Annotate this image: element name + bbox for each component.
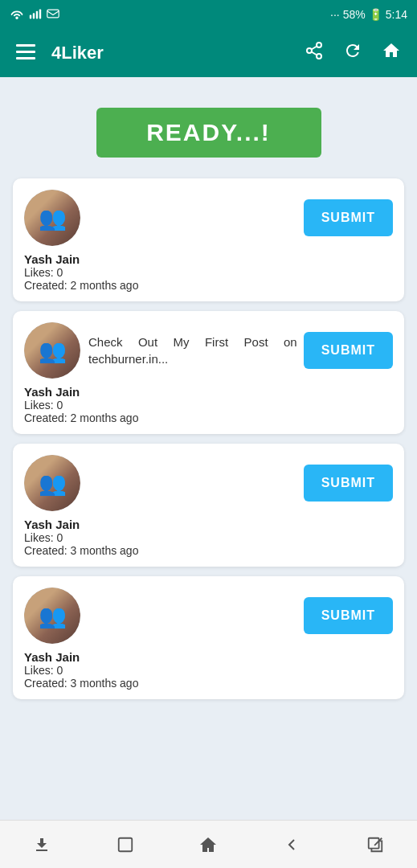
card-info: Yash Jain Likes: 0 Created: 2 months ago (24, 385, 393, 424)
svg-rect-0 (30, 14, 31, 18)
svg-line-12 (312, 47, 317, 50)
avatar-image (24, 455, 80, 511)
post-card: SUBMIT Yash Jain Likes: 0 Created: 2 mon… (13, 178, 404, 301)
svg-line-11 (312, 52, 317, 55)
card-top: SUBMIT (24, 190, 393, 246)
post-likes: Likes: 0 (24, 266, 393, 279)
svg-rect-6 (16, 51, 35, 53)
svg-rect-7 (16, 57, 35, 59)
svg-rect-4 (47, 10, 59, 18)
svg-point-10 (317, 54, 321, 59)
home-icon[interactable] (378, 38, 404, 68)
external-link-icon[interactable] (356, 825, 395, 864)
avatar (24, 190, 80, 246)
recent-apps-icon[interactable] (106, 825, 145, 864)
submit-button[interactable]: SUBMIT (304, 465, 393, 502)
status-right: ··· 58% 🔋 5:14 (330, 8, 407, 21)
card-info: Yash Jain Likes: 0 Created: 3 months ago (24, 518, 393, 557)
status-bar: ··· 58% 🔋 5:14 (0, 0, 417, 29)
refresh-icon[interactable] (340, 38, 366, 68)
svg-point-9 (307, 48, 312, 53)
battery-icon: 🔋 (369, 8, 382, 21)
download-icon[interactable] (22, 825, 61, 864)
bottom-nav (0, 820, 417, 868)
home-nav-icon[interactable] (189, 825, 227, 864)
submit-button[interactable]: SUBMIT (304, 332, 393, 369)
post-likes: Likes: 0 (24, 531, 393, 544)
back-icon[interactable] (272, 825, 311, 864)
post-caption: Check Out My First Post on techburner.in… (88, 334, 304, 367)
avatar (24, 455, 80, 511)
card-info: Yash Jain Likes: 0 Created: 2 months ago (24, 252, 393, 292)
submit-button[interactable]: SUBMIT (304, 199, 393, 236)
post-created: Created: 2 months ago (24, 279, 393, 292)
avatar-image (24, 588, 80, 644)
svg-rect-1 (33, 13, 35, 18)
post-author: Yash Jain (24, 252, 393, 266)
avatar-image (24, 190, 80, 246)
wifi-icon (10, 8, 24, 22)
svg-point-8 (317, 43, 321, 47)
post-card: Check Out My First Post on techburner.in… (13, 311, 404, 434)
card-left (24, 588, 304, 644)
card-info: Yash Jain Likes: 0 Created: 3 months ago (24, 650, 393, 690)
post-likes: Likes: 0 (24, 399, 393, 411)
card-left (24, 190, 304, 246)
post-card: SUBMIT Yash Jain Likes: 0 Created: 3 mon… (13, 444, 404, 567)
card-top: SUBMIT (24, 455, 393, 511)
post-created: Created: 3 months ago (24, 677, 393, 690)
ready-banner-wrapper: READY...! (0, 92, 417, 164)
avatar-image (24, 322, 80, 379)
post-created: Created: 3 months ago (24, 544, 393, 557)
svg-rect-2 (36, 10, 38, 18)
post-author: Yash Jain (24, 518, 393, 531)
svg-rect-3 (39, 9, 41, 18)
svg-rect-5 (16, 44, 35, 47)
card-top: Check Out My First Post on techburner.in… (24, 322, 393, 379)
post-author: Yash Jain (24, 650, 393, 664)
app-title: 4Liker (51, 43, 288, 63)
ready-banner: READY...! (96, 108, 321, 158)
app-bar: 4Liker (0, 29, 417, 77)
card-left: Check Out My First Post on techburner.in… (24, 322, 304, 379)
card-top: SUBMIT (24, 588, 393, 644)
signal-icon (29, 8, 42, 22)
email-icon (47, 9, 59, 21)
menu-icon[interactable] (13, 38, 39, 69)
battery-percent: 58% (343, 8, 366, 21)
post-author: Yash Jain (24, 385, 393, 399)
post-card: SUBMIT Yash Jain Likes: 0 Created: 3 mon… (13, 576, 404, 699)
avatar (24, 322, 80, 379)
status-left-icons (10, 8, 59, 22)
ready-text: READY...! (146, 119, 271, 146)
time-display: 5:14 (386, 8, 407, 21)
battery-dots: ··· (330, 8, 340, 21)
post-likes: Likes: 0 (24, 664, 393, 677)
svg-rect-13 (118, 837, 132, 851)
card-left (24, 455, 304, 511)
post-created: Created: 2 months ago (24, 411, 393, 424)
share-icon[interactable] (301, 38, 327, 68)
submit-button[interactable]: SUBMIT (304, 597, 393, 634)
avatar (24, 588, 80, 644)
posts-list: SUBMIT Yash Jain Likes: 0 Created: 2 mon… (0, 169, 417, 820)
